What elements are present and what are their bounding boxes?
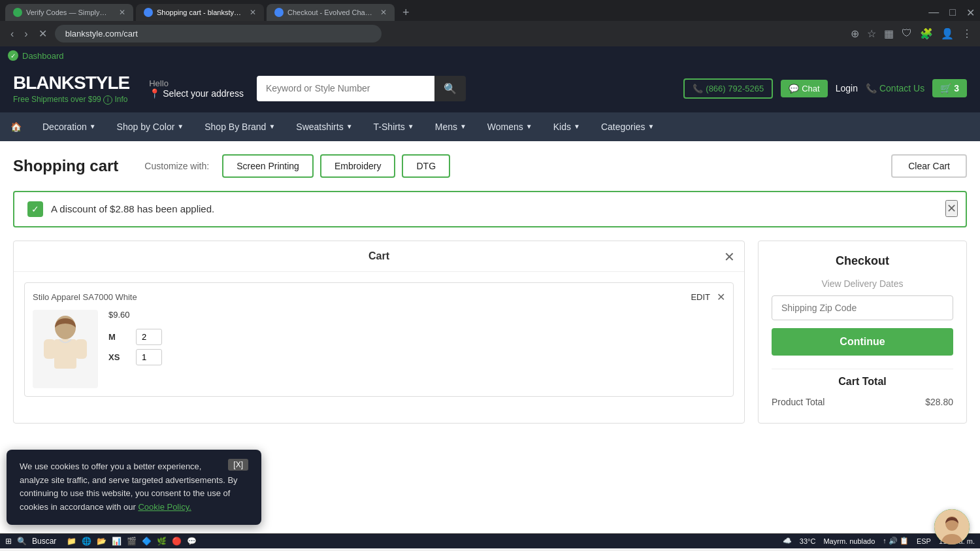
dashboard-bar: ✓ Dashboard [0, 46, 980, 65]
nav-sweatshirts-arrow: ▼ [346, 123, 353, 130]
nav-tshirts[interactable]: T-Shirts ▼ [363, 112, 425, 141]
site-header: BLANKSTYLE Free Shipments over $99 i Inf… [0, 65, 980, 112]
tab3-label: Checkout - Evolved Chargers [287, 8, 372, 16]
tab1-close[interactable]: ✕ [119, 8, 125, 17]
weather-temp: 33°C [800, 537, 816, 545]
address-placeholder[interactable]: Select your address [163, 88, 244, 99]
cart-button[interactable]: 🛒 3 [932, 79, 967, 97]
nav-mens[interactable]: Mens ▼ [425, 112, 477, 141]
nav-sweatshirts[interactable]: Sweatshirts ▼ [286, 112, 363, 141]
tab-1[interactable]: Verify Codes — SimplyCodes ✕ [5, 4, 133, 21]
maximize-icon[interactable]: □ [949, 7, 956, 19]
tab-2[interactable]: Shopping cart - blankstyle.com ✕ [136, 4, 264, 21]
login-button[interactable]: Login [836, 83, 858, 93]
tab2-close[interactable]: ✕ [250, 8, 256, 17]
contact-button[interactable]: 📞 Contact Us [866, 83, 924, 93]
bookmark-icon[interactable]: ☆ [867, 27, 876, 40]
cookie-policy-link[interactable]: Cookie Policy. [138, 502, 191, 512]
taskbar-icon-4[interactable]: 📊 [112, 537, 122, 546]
cookie-close-button[interactable]: [X] [228, 459, 248, 471]
url-input[interactable]: blankstyle.com/cart [55, 25, 382, 42]
taskbar-icon-8[interactable]: 🔴 [172, 537, 182, 546]
notice-close-button[interactable]: ✕ [945, 200, 958, 217]
zip-code-input[interactable] [772, 295, 953, 320]
nav-womens-label: Womens [487, 122, 523, 132]
info-link[interactable]: Info [114, 95, 127, 104]
nav-womens[interactable]: Womens ▼ [477, 112, 543, 141]
info-icon[interactable]: i [103, 95, 112, 105]
screen-printing-button[interactable]: Screen Printing [222, 154, 314, 178]
nav-shop-by-brand[interactable]: Shop By Brand ▼ [194, 112, 286, 141]
taskbar-icon-1[interactable]: 📁 [67, 537, 76, 546]
page-title: Shopping cart [13, 157, 118, 175]
cart-area: Cart ✕ Stilo Apparel SA7000 White EDIT ✕ [13, 241, 967, 424]
windows-icon[interactable]: ⊞ [5, 537, 12, 546]
minimize-icon[interactable]: — [928, 7, 939, 19]
new-tab-button[interactable]: + [397, 6, 415, 20]
shield-icon[interactable]: 🛡 [902, 27, 912, 40]
taskbar-icon-3[interactable]: 📂 [97, 537, 106, 546]
nav-home[interactable]: 🏠 [0, 112, 32, 141]
location-icon: 📍 [149, 88, 160, 99]
cart-item-header: Stilo Apparel SA7000 White EDIT ✕ [33, 291, 725, 303]
tab3-close[interactable]: ✕ [380, 8, 387, 17]
tab2-favicon [144, 8, 153, 17]
chat-avatar[interactable] [934, 509, 970, 544]
chat-button[interactable]: 💬 Chat [781, 80, 827, 97]
phone-button[interactable]: 📞 (866) 792-5265 [683, 78, 773, 99]
nav-shop-by-brand-arrow: ▼ [269, 123, 275, 130]
taskbar-sys-icons: ↑ 🔊 📋 [883, 537, 909, 545]
profile-icon[interactable]: 👤 [941, 27, 954, 40]
site-logo[interactable]: BLANKSTYLE [13, 73, 129, 93]
embroidery-button[interactable]: Embroidery [320, 154, 396, 178]
search-input[interactable] [257, 76, 434, 101]
continue-button[interactable]: Continue [772, 328, 953, 356]
cart-item-remove-button[interactable]: ✕ [717, 291, 725, 303]
tab-3[interactable]: Checkout - Evolved Chargers ✕ [267, 4, 395, 21]
nav-categories[interactable]: Categories ▼ [591, 112, 665, 141]
nav-shop-by-color[interactable]: Shop by Color ▼ [106, 112, 195, 141]
size-qty-table: $9.60 M XS [108, 310, 162, 365]
cart-close-button[interactable]: ✕ [724, 249, 735, 265]
cart-item-edit-button[interactable]: EDIT [691, 292, 710, 302]
size-xs-row: XS [108, 349, 162, 365]
nav-tshirts-label: T-Shirts [374, 122, 405, 132]
dashboard-label[interactable]: Dashboard [22, 51, 64, 61]
nav-kids[interactable]: Kids ▼ [543, 112, 591, 141]
taskbar-icon-6[interactable]: 🔷 [142, 537, 152, 546]
clear-cart-button[interactable]: Clear Cart [891, 154, 967, 178]
menu-icon[interactable]: ⋮ [962, 27, 972, 40]
reload-button[interactable]: ✕ [36, 25, 50, 42]
taskbar-icon-5[interactable]: 🎬 [127, 537, 137, 546]
close-icon[interactable]: ✕ [966, 7, 975, 19]
weather-desc: Mayrm. nublado [823, 537, 875, 545]
size-m-qty-input[interactable] [136, 329, 162, 345]
extension-icon[interactable]: ▦ [884, 27, 894, 40]
translate-icon[interactable]: ⊕ [851, 27, 859, 40]
cookie-notice: [X] We use cookies to offer you a better… [7, 450, 261, 525]
taskbar-icon-9[interactable]: 💬 [187, 537, 197, 546]
address-select[interactable]: 📍 Select your address [149, 88, 244, 99]
hello-text: Hello [149, 78, 169, 88]
taskbar-icon-7[interactable]: 🌿 [157, 537, 167, 546]
logo-section: BLANKSTYLE Free Shipments over $99 i Inf… [13, 73, 129, 105]
size-xs-qty-input[interactable] [136, 349, 162, 365]
forward-button[interactable]: › [22, 25, 30, 42]
taskbar-lang: ESP [917, 537, 931, 545]
window-controls: — □ ✕ [928, 7, 975, 19]
customize-buttons: Screen Printing Embroidery DTG [222, 154, 450, 178]
dashboard-icon: ✓ [8, 50, 18, 61]
puzzle-icon[interactable]: 🧩 [920, 27, 933, 40]
taskbar-search-label[interactable]: Buscar [32, 537, 56, 546]
search-button[interactable]: 🔍 [434, 76, 466, 101]
browser-chrome: Verify Codes — SimplyCodes ✕ Shopping ca… [0, 0, 980, 46]
taskbar-icon-2[interactable]: 🌐 [82, 537, 91, 546]
chat-avatar-svg [934, 509, 970, 544]
cart-header: Shopping cart Customize with: Screen Pri… [13, 154, 967, 178]
back-button[interactable]: ‹ [8, 25, 16, 42]
nav-decoration[interactable]: Decoration ▼ [32, 112, 106, 141]
dtg-button[interactable]: DTG [402, 154, 450, 178]
checkout-panel: Checkout View Delivery Dates Continue Ca… [758, 241, 967, 424]
search-icon: 🔍 [17, 537, 27, 546]
browser-icons: ⊕ ☆ ▦ 🛡 🧩 👤 ⋮ [851, 27, 972, 40]
